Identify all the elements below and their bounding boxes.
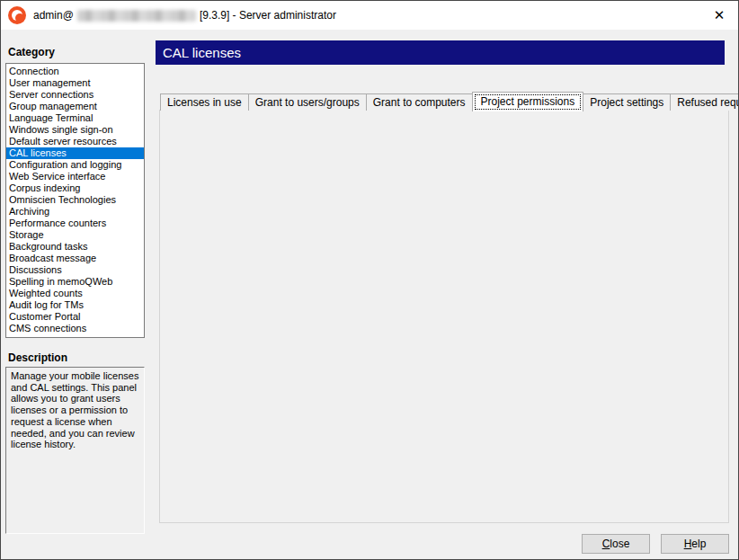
sidebar-item-group-management[interactable]: Group management (6, 101, 144, 112)
sidebar-item-language-terminal[interactable]: Language Terminal (6, 112, 144, 124)
sidebar-item-web-service-interface[interactable]: Web Service interface (6, 171, 144, 182)
sidebar-item-audit-log-for-tms[interactable]: Audit log for TMs (6, 299, 144, 311)
sidebar-item-cal-licenses[interactable]: CAL licenses (6, 147, 144, 159)
tab-licenses-in-use[interactable]: Licenses in use (160, 93, 249, 111)
server-administrator-window: admin@ [9.3.9] - Server administrator ✕ … (0, 0, 739, 560)
category-list: ConnectionUser managementServer connecti… (5, 63, 145, 338)
tab-page (159, 110, 729, 523)
page-title: CAL licenses (156, 40, 725, 65)
sidebar-item-background-tasks[interactable]: Background tasks (6, 241, 144, 253)
sidebar-item-storage[interactable]: Storage (6, 229, 144, 241)
title-bar: admin@ [9.3.9] - Server administrator ✕ (1, 1, 738, 30)
sidebar-item-cms-connections[interactable]: CMS connections (6, 323, 144, 334)
sidebar-item-default-server-resources[interactable]: Default server resources (6, 136, 144, 147)
tab-strip: Licenses in useGrant to users/groupsGran… (160, 92, 739, 111)
sidebar-item-performance-counters[interactable]: Performance counters (6, 218, 144, 229)
sidebar-item-windows-single-sign-on[interactable]: Windows single sign-on (6, 124, 144, 136)
help-button[interactable]: Help (661, 534, 729, 554)
sidebar-item-user-management[interactable]: User management (6, 77, 144, 89)
tab-grant-to-users-groups[interactable]: Grant to users/groups (248, 93, 367, 111)
description-label: Description (8, 351, 67, 364)
sidebar-item-omniscien-technologies[interactable]: Omniscien Technologies (6, 194, 144, 206)
sidebar-item-configuration-and-logging[interactable]: Configuration and logging (6, 159, 144, 171)
description-box: Manage your mobile licenses and CAL sett… (5, 367, 145, 534)
tab-project-permissions[interactable]: Project permissions (472, 92, 584, 111)
sidebar-item-archiving[interactable]: Archiving (6, 206, 144, 218)
window-title-suffix: [9.3.9] - Server administrator (200, 9, 336, 22)
tab-refused-requests[interactable]: Refused requests (670, 93, 739, 111)
sidebar-item-server-connections[interactable]: Server connections (6, 89, 144, 101)
tab-grant-to-computers[interactable]: Grant to computers (366, 93, 473, 111)
close-icon[interactable]: ✕ (708, 4, 731, 27)
sidebar-item-customer-portal[interactable]: Customer Portal (6, 311, 144, 323)
sidebar-item-corpus-indexing[interactable]: Corpus indexing (6, 182, 144, 194)
redacted-server-name (77, 10, 196, 22)
category-label: Category (8, 46, 55, 58)
close-button[interactable]: Close (582, 534, 650, 554)
window-title-user: admin@ (33, 9, 74, 22)
sidebar-item-connection[interactable]: Connection (6, 66, 144, 77)
window-title: admin@ [9.3.9] - Server administrator (33, 9, 336, 22)
sidebar-item-discussions[interactable]: Discussions (6, 264, 144, 276)
tab-project-settings[interactable]: Project settings (583, 93, 671, 111)
sidebar-item-spelling-in-memoqweb[interactable]: Spelling in memoQWeb (6, 276, 144, 288)
memoq-logo-icon (8, 6, 26, 24)
sidebar-item-broadcast-message[interactable]: Broadcast message (6, 253, 144, 264)
sidebar-item-weighted-counts[interactable]: Weighted counts (6, 288, 144, 299)
